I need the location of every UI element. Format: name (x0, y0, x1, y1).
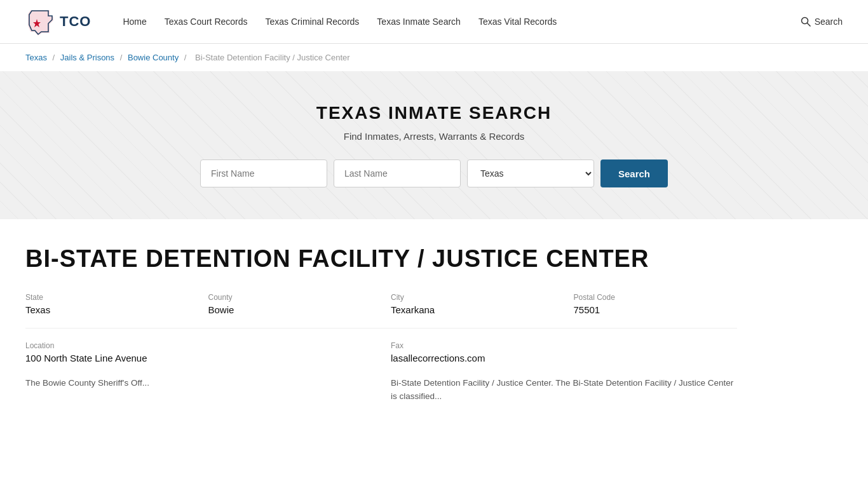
site-logo[interactable]: TCO (25, 8, 91, 36)
search-label: Search (815, 17, 843, 27)
main-content: BI-STATE DETENTION FACILITY / JUSTICE CE… (0, 219, 763, 416)
fax-label: Fax (391, 341, 737, 350)
divider (25, 328, 737, 329)
postal-value: 75501 (574, 304, 738, 315)
facility-title: BI-STATE DETENTION FACILITY / JUSTICE CE… (25, 245, 737, 274)
logo-text: TCO (60, 13, 91, 30)
county-label: County (208, 293, 372, 302)
breadcrumb-facility: Bi-State Detention Facility / Justice Ce… (195, 53, 350, 62)
state-info: State Texas (25, 293, 189, 315)
nav-inmate-search[interactable]: Texas Inmate Search (377, 16, 461, 27)
breadcrumb-texas[interactable]: Texas (25, 53, 47, 62)
hero-section: TEXAS INMATE SEARCH Find Inmates, Arrest… (0, 71, 868, 219)
logo-icon (25, 8, 56, 36)
hero-title: TEXAS INMATE SEARCH (13, 103, 855, 123)
city-label: City (391, 293, 555, 302)
last-name-input[interactable] (334, 159, 461, 187)
city-info: City Texarkana (391, 293, 555, 315)
description-right: Bi-State Detention Facility / Justice Ce… (391, 376, 737, 403)
description-left: The Bowie County Sheriff's Off... (25, 376, 372, 403)
location-info: Location 100 North State Line Avenue (25, 341, 372, 363)
first-name-input[interactable] (200, 159, 327, 187)
county-info: County Bowie (208, 293, 372, 315)
location-value: 100 North State Line Avenue (25, 353, 372, 363)
breadcrumb-sep2: / (120, 53, 123, 62)
location-label: Location (25, 341, 372, 350)
nav-criminal-records[interactable]: Texas Criminal Records (266, 16, 360, 27)
search-button[interactable]: Search (600, 159, 668, 187)
fax-info: Fax lasallecorrections.com (391, 341, 737, 363)
svg-line-4 (807, 24, 810, 27)
state-value: Texas (25, 304, 189, 315)
facility-info-row2: Location 100 North State Line Avenue Fax… (25, 341, 737, 363)
nav-court-records[interactable]: Texas Court Records (165, 16, 248, 27)
nav-home[interactable]: Home (123, 16, 146, 27)
nav-vital-records[interactable]: Texas Vital Records (478, 16, 557, 27)
header-search[interactable]: Search (801, 17, 843, 27)
city-value: Texarkana (391, 304, 555, 315)
main-nav: Home Texas Court Records Texas Criminal … (123, 16, 781, 27)
state-label: State (25, 293, 189, 302)
breadcrumb-sep3: / (184, 53, 187, 62)
state-select[interactable]: Texas Alabama Alaska Arizona Arkansas Ca… (467, 159, 594, 187)
facility-info-grid: State Texas County Bowie City Texarkana … (25, 293, 737, 315)
site-header: TCO Home Texas Court Records Texas Crimi… (0, 0, 868, 44)
fax-value: lasallecorrections.com (391, 353, 737, 363)
postal-info: Postal Code 75501 (574, 293, 738, 315)
breadcrumb-jails[interactable]: Jails & Prisons (60, 53, 114, 62)
breadcrumb: Texas / Jails & Prisons / Bowie County /… (0, 44, 868, 71)
postal-label: Postal Code (574, 293, 738, 302)
county-value: Bowie (208, 304, 372, 315)
search-icon (801, 17, 811, 27)
description-section: The Bowie County Sheriff's Off... Bi-Sta… (25, 376, 737, 403)
hero-subtitle: Find Inmates, Arrests, Warrants & Record… (13, 131, 855, 142)
breadcrumb-county[interactable]: Bowie County (128, 53, 179, 62)
inmate-search-form: Texas Alabama Alaska Arizona Arkansas Ca… (13, 159, 855, 187)
breadcrumb-sep1: / (53, 53, 55, 62)
